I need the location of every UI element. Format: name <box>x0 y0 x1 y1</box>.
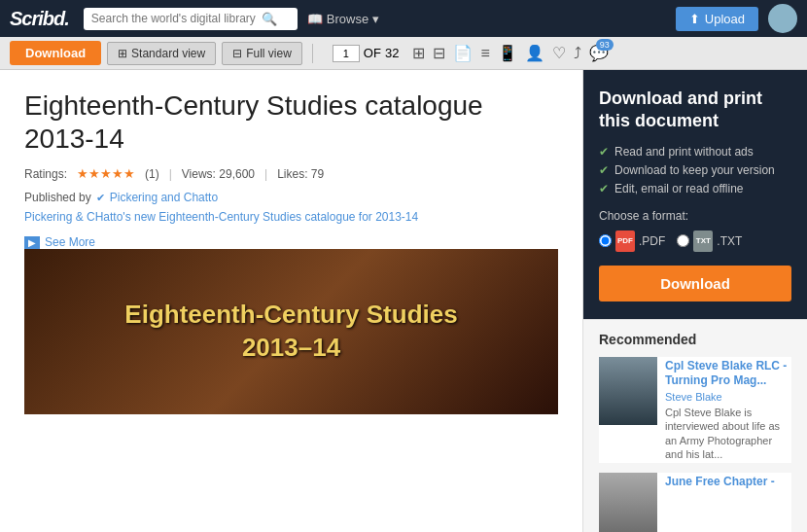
search-input[interactable] <box>91 12 257 25</box>
format-options: PDF .PDF TXT .TXT <box>599 231 791 252</box>
rec-desc-1: Cpl Steve Blake is interviewed about lif… <box>665 406 791 461</box>
download-main-button[interactable]: Download <box>599 266 791 301</box>
recommended-section: Recommended Cpl Steve Blake RLC - Turnin… <box>583 319 807 532</box>
document-description: Pickering & CHatto's new Eighteenth-Cent… <box>24 210 558 224</box>
meta-row: Ratings: ★★★★★ (1) | Views: 29,600 | Lik… <box>24 166 558 181</box>
minus-icon[interactable]: ⊟ <box>433 44 445 62</box>
toolbar: Download ⊞ Standard view ⊟ Full view OF … <box>0 37 807 70</box>
download-panel: Download and print this document ✔ Read … <box>583 70 807 319</box>
standard-view-label: Standard view <box>131 47 205 60</box>
full-view-label: Full view <box>246 47 292 60</box>
separator <box>312 44 313 63</box>
fullscreen-icon: ⊟ <box>232 47 242 60</box>
chevron-down-icon: ▾ <box>372 12 379 26</box>
feature-list: ✔ Read and print without ads ✔ Download … <box>599 145 791 195</box>
rec-thumb-image-2 <box>599 473 657 532</box>
feature-text-1: Read and print without ads <box>614 145 754 159</box>
page-of-label: OF <box>364 46 381 60</box>
format-label: Choose a format: <box>599 209 791 223</box>
feature-item-1: ✔ Read and print without ads <box>599 145 791 159</box>
separator-2: | <box>264 167 267 181</box>
upload-label: Upload <box>705 12 745 26</box>
rating-count: (1) <box>145 167 159 181</box>
star-rating: ★★★★★ <box>77 166 135 181</box>
heart-icon[interactable]: ♡ <box>552 44 566 62</box>
rec-item-2: June Free Chapter - <box>599 473 791 532</box>
document-preview: Eighteenth-Century Studies 2013–14 <box>24 249 558 414</box>
feature-text-3: Edit, email or read offline <box>614 182 744 195</box>
full-view-button[interactable]: ⊟ Full view <box>222 42 302 65</box>
check-icon-1: ✔ <box>599 145 609 159</box>
feature-item-2: ✔ Download to keep your version <box>599 163 791 177</box>
right-sidebar: Download and print this document ✔ Read … <box>583 70 807 532</box>
page-total: 32 <box>385 46 399 60</box>
logo: Scribd. <box>10 8 69 30</box>
likes-count: Likes: 79 <box>277 167 324 181</box>
txt-format-option[interactable]: TXT .TXT <box>677 231 742 252</box>
share-icon[interactable]: ⤴ <box>574 45 581 62</box>
page-indicator: OF 32 <box>333 45 400 62</box>
arrow-right-icon: ▶ <box>24 236 40 249</box>
rec-item-1: Cpl Steve Blake RLC - Turning Pro Mag...… <box>599 357 791 463</box>
recommended-title: Recommended <box>599 332 791 347</box>
header: Scribd. 🔍 📖 Browse ▾ ⬆ Upload <box>0 0 807 37</box>
upload-button[interactable]: ⬆ Upload <box>676 7 758 31</box>
upload-icon: ⬆ <box>689 12 700 26</box>
txt-radio[interactable] <box>677 234 689 247</box>
notification-badge: 93 <box>596 39 614 51</box>
download-toolbar-button[interactable]: Download <box>10 41 101 65</box>
see-more-button[interactable]: ▶ See More <box>24 235 95 249</box>
panel-title: Download and print this document <box>599 88 791 133</box>
grid-icon: ⊞ <box>118 47 127 60</box>
rec-item-title-1[interactable]: Cpl Steve Blake RLC - Turning Pro Mag... <box>665 359 791 389</box>
phone-icon[interactable]: 📱 <box>498 44 517 62</box>
separator-1: | <box>169 167 172 181</box>
published-label: Published by <box>24 191 91 204</box>
feature-item-3: ✔ Edit, email or read offline <box>599 182 791 195</box>
content-area: Eighteenth-Century Studies catalogue 201… <box>0 70 583 532</box>
lines-icon[interactable]: ≡ <box>480 45 489 62</box>
toolbar-icons: ⊞ ⊟ 📄 ≡ 📱 👤 ♡ ⤴ 💬 93 <box>412 44 608 62</box>
search-bar: 🔍 <box>84 8 298 30</box>
check-icon-3: ✔ <box>599 182 609 195</box>
rec-item-title-2[interactable]: June Free Chapter - <box>665 475 791 490</box>
check-icon-2: ✔ <box>599 163 609 177</box>
rec-thumb-1 <box>599 357 657 425</box>
document-title: Eighteenth-Century Studies catalogue 201… <box>24 89 558 155</box>
person-icon[interactable]: 👤 <box>525 44 544 62</box>
search-button[interactable]: 🔍 <box>262 12 277 26</box>
document-icon[interactable]: 📄 <box>453 44 473 62</box>
pdf-radio[interactable] <box>599 234 612 247</box>
rec-content-1: Cpl Steve Blake RLC - Turning Pro Mag...… <box>665 357 791 463</box>
feature-text-2: Download to keep your version <box>614 163 775 177</box>
verified-icon: ✔ <box>96 192 105 204</box>
rec-content-2: June Free Chapter - <box>665 473 791 532</box>
pdf-label: .PDF <box>639 234 665 248</box>
pdf-format-option[interactable]: PDF .PDF <box>599 231 665 252</box>
rec-thumb-image-1 <box>599 357 657 425</box>
views-count: Views: 29,600 <box>182 167 255 181</box>
main-layout: Eighteenth-Century Studies catalogue 201… <box>0 70 807 532</box>
book-icon: 📖 <box>307 12 323 26</box>
preview-title-line1: Eighteenth-Century Studies <box>124 299 457 332</box>
publisher-link[interactable]: Pickering and Chatto <box>110 191 218 204</box>
browse-button[interactable]: 📖 Browse ▾ <box>307 12 379 26</box>
txt-icon: TXT <box>693 231 713 252</box>
rec-author-1[interactable]: Steve Blake <box>665 391 791 403</box>
preview-title: Eighteenth-Century Studies 2013–14 <box>124 299 457 365</box>
preview-title-line2: 2013–14 <box>124 332 457 365</box>
ratings-label: Ratings: <box>24 167 67 181</box>
page-number-input[interactable] <box>333 45 360 62</box>
pdf-icon: PDF <box>615 231 635 252</box>
standard-view-button[interactable]: ⊞ Standard view <box>107 42 216 65</box>
notifications-wrap: 💬 93 <box>589 44 609 62</box>
add-icon[interactable]: ⊞ <box>412 44 425 62</box>
rec-thumb-2 <box>599 473 657 532</box>
browse-label: Browse <box>327 12 368 26</box>
published-row: Published by ✔ Pickering and Chatto <box>24 191 558 204</box>
avatar[interactable] <box>768 4 797 33</box>
see-more-label: See More <box>45 235 95 249</box>
txt-label: .TXT <box>717 234 742 248</box>
